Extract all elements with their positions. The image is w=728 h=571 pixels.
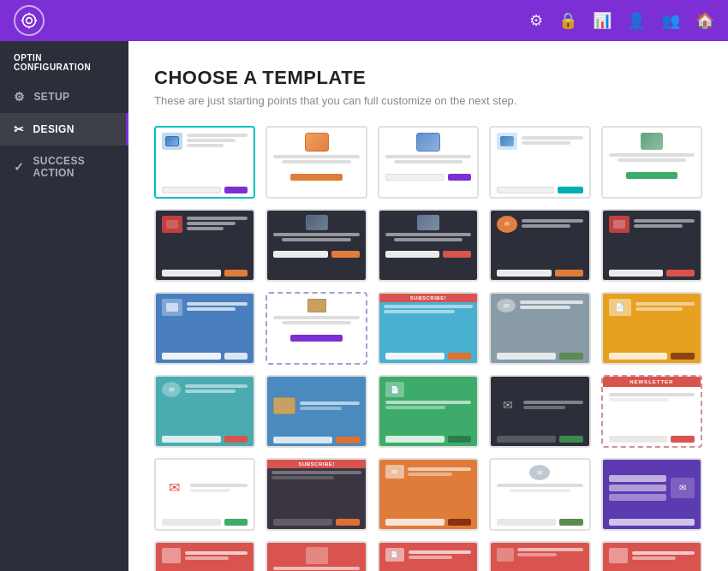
- template-grid: ✉: [154, 126, 702, 571]
- template-27[interactable]: [266, 541, 367, 571]
- template-28-icon: 📄: [385, 548, 404, 562]
- template-11[interactable]: [154, 292, 255, 365]
- newsletter-banner: NEWSLETTER: [603, 377, 701, 387]
- template-21-icon: ✉: [162, 479, 186, 497]
- template-12[interactable]: [266, 292, 367, 365]
- template-29[interactable]: [489, 541, 590, 571]
- template-10[interactable]: [601, 209, 702, 282]
- main-layout: OPTIN CONFIGURATION ⚙ SETUP ✂ DESIGN ✓ S…: [0, 41, 728, 571]
- page-title: CHOOSE A TEMPLATE: [154, 67, 702, 89]
- template-24-icon: ✉: [529, 465, 550, 480]
- sidebar-label-success-action: SUCCESS ACTION: [33, 155, 115, 179]
- template-4-icon: [497, 133, 517, 150]
- template-9[interactable]: ✉: [489, 209, 590, 282]
- template-30-icon: [609, 548, 628, 563]
- template-1-icon: [162, 133, 182, 150]
- template-6[interactable]: [154, 209, 255, 282]
- template-25[interactable]: ✉: [601, 458, 702, 531]
- sidebar-item-design[interactable]: ✂ DESIGN: [0, 113, 128, 146]
- chart-icon[interactable]: 📊: [593, 11, 612, 30]
- template-1[interactable]: [154, 126, 255, 199]
- template-18[interactable]: 📄: [378, 375, 479, 448]
- template-16[interactable]: ✉: [154, 375, 255, 448]
- template-26[interactable]: [154, 541, 255, 571]
- template-3[interactable]: [378, 126, 479, 199]
- check-icon: ✓: [14, 160, 24, 174]
- template-19[interactable]: ✉: [489, 375, 590, 448]
- template-15[interactable]: 📄: [601, 292, 702, 365]
- top-nav-icons: ⚙ 🔒 📊 👤 👥 🏠: [529, 11, 714, 30]
- template-19-icon: ✉: [497, 396, 519, 413]
- template-13[interactable]: SUBSCRIBE!: [378, 292, 479, 365]
- template-18-icon: 📄: [385, 382, 404, 397]
- page-subtitle: These are just starting points that you …: [154, 94, 702, 107]
- template-25-icon: ✉: [671, 478, 695, 498]
- template-30[interactable]: [601, 541, 702, 571]
- lock-icon[interactable]: 🔒: [558, 11, 577, 30]
- template-23[interactable]: ✉: [378, 458, 479, 531]
- template-17[interactable]: [266, 375, 367, 448]
- top-nav: ⚙ 🔒 📊 👤 👥 🏠: [0, 0, 728, 41]
- template-27-icon: [306, 547, 328, 564]
- template-21[interactable]: ✉: [154, 458, 255, 531]
- template-6-icon: [162, 216, 182, 233]
- template-4[interactable]: [489, 126, 590, 199]
- gear-icon[interactable]: ⚙: [529, 11, 543, 30]
- template-29-icon: [497, 548, 514, 562]
- users-icon[interactable]: 👥: [661, 11, 680, 30]
- subscribe-banner-2: SUBSCRIBE!: [267, 460, 365, 468]
- subscribe-banner: SUBSCRIBE!: [379, 294, 477, 302]
- template-23-icon: ✉: [385, 465, 404, 479]
- sidebar-item-setup[interactable]: ⚙ SETUP: [0, 80, 128, 113]
- template-20[interactable]: NEWSLETTER: [601, 375, 702, 448]
- template-24[interactable]: ✉: [489, 458, 590, 531]
- template-14[interactable]: ✉: [489, 292, 590, 365]
- template-11-icon: [162, 299, 182, 316]
- sidebar-section-title: OPTIN CONFIGURATION: [0, 41, 128, 80]
- svg-point-1: [27, 18, 33, 24]
- home-icon[interactable]: 🏠: [695, 11, 714, 30]
- gear-icon: ⚙: [14, 90, 25, 104]
- template-14-icon: ✉: [497, 299, 516, 312]
- template-15-icon: 📄: [609, 299, 631, 316]
- scissors-icon: ✂: [14, 122, 24, 136]
- template-26-icon: [162, 548, 181, 563]
- template-9-icon: ✉: [497, 216, 517, 233]
- sidebar: OPTIN CONFIGURATION ⚙ SETUP ✂ DESIGN ✓ S…: [0, 41, 128, 571]
- user-icon[interactable]: 👤: [627, 11, 646, 30]
- template-22[interactable]: SUBSCRIBE!: [266, 458, 367, 531]
- svg-point-0: [23, 15, 36, 27]
- template-7[interactable]: [266, 209, 367, 282]
- template-16-icon: ✉: [162, 382, 181, 397]
- template-2[interactable]: [266, 126, 367, 199]
- template-8[interactable]: [378, 209, 479, 282]
- content-area: CHOOSE A TEMPLATE These are just startin…: [128, 41, 728, 571]
- logo[interactable]: [14, 5, 45, 36]
- sidebar-label-design: DESIGN: [33, 123, 74, 135]
- template-28[interactable]: 📄: [378, 541, 479, 571]
- template-5[interactable]: [601, 126, 702, 199]
- template-10-icon: [609, 216, 630, 233]
- sidebar-label-setup: SETUP: [33, 91, 69, 103]
- sidebar-item-success-action[interactable]: ✓ SUCCESS ACTION: [0, 146, 128, 188]
